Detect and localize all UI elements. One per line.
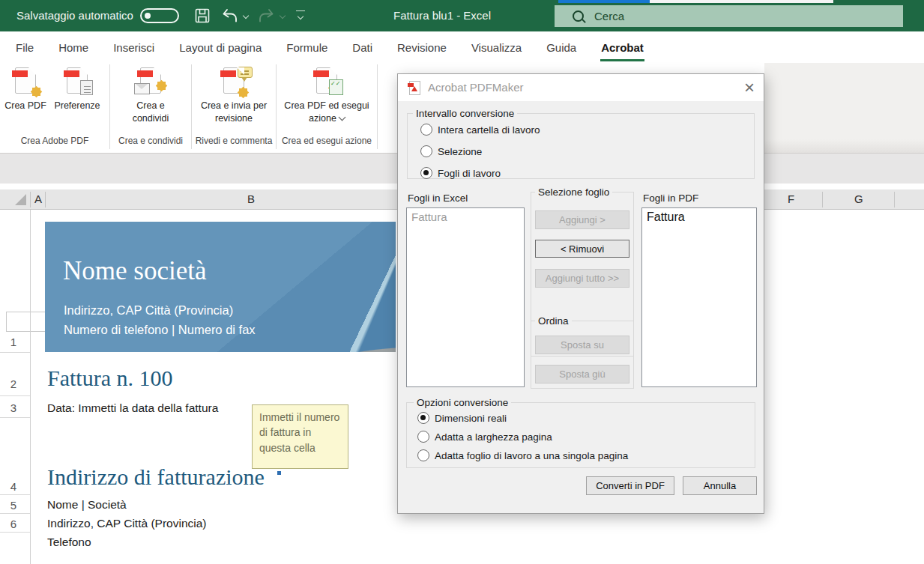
sheets-in-pdf-list[interactable]: Fattura bbox=[641, 207, 757, 387]
radio-fogli-di-lavoro[interactable]: Fogli di lavoro bbox=[420, 167, 501, 179]
cell-billing-address[interactable]: Indirizzo, CAP Città (Provincia) bbox=[47, 517, 206, 530]
dialog-title-bar[interactable]: Acrobat PDFMaker × bbox=[398, 74, 764, 101]
tab-guida[interactable]: Guida bbox=[546, 34, 577, 61]
company-contact-lines: Indirizzo, CAP Città (Provincia) Numero … bbox=[64, 301, 256, 339]
search-placeholder: Cerca bbox=[594, 10, 624, 22]
ribbon-group-label: Crea ed esegui azione bbox=[277, 136, 377, 146]
aggiungi-tutto-button[interactable]: Aggiungi tutto >> bbox=[535, 269, 629, 288]
list-item[interactable]: Fattura bbox=[642, 210, 756, 225]
redo-dropdown-icon bbox=[280, 13, 286, 19]
pdf-preferences-icon bbox=[67, 67, 88, 94]
dropdown-chevron-icon bbox=[338, 113, 345, 121]
tab-inserisci[interactable]: Inserisci bbox=[112, 34, 155, 61]
dialog-title: Acrobat PDFMaker bbox=[428, 81, 524, 94]
radio-circle-icon bbox=[417, 431, 429, 443]
search-input[interactable]: Cerca bbox=[555, 5, 903, 27]
conversion-options-label: Opzioni conversione bbox=[414, 397, 511, 408]
row-header-5[interactable]: 5 bbox=[0, 499, 27, 512]
converti-in-pdf-button[interactable]: Converti in PDF bbox=[586, 476, 674, 495]
radio-adatta-larghezza-pagina[interactable]: Adatta a larghezza pagina bbox=[417, 431, 552, 443]
cell-billing-heading[interactable]: Indirizzo di fatturazione bbox=[47, 464, 265, 490]
conversion-range-label: Intervallo conversione bbox=[413, 108, 517, 119]
background-window-edge-blue bbox=[558, 0, 650, 3]
customize-qat-chevron-icon[interactable] bbox=[298, 13, 304, 19]
tab-formule[interactable]: Formule bbox=[286, 34, 328, 61]
redo-icon bbox=[257, 7, 275, 25]
company-banner-image: Nome società Indirizzo, CAP Città (Provi… bbox=[45, 222, 396, 352]
sheets-in-excel-list[interactable]: Fattura bbox=[406, 207, 525, 387]
crea-e-condividi-button[interactable]: Crea e condividi bbox=[118, 67, 184, 125]
sposta-giu-button[interactable]: Sposta giù bbox=[535, 365, 629, 383]
tab-layout-di-pagina[interactable]: Layout di pagina bbox=[178, 34, 262, 61]
tab-dati[interactable]: Dati bbox=[351, 34, 373, 61]
title-bar: Salvataggio automatico F bbox=[0, 0, 924, 31]
row-header-2[interactable]: 2 bbox=[0, 377, 27, 390]
row-header-1[interactable]: 1 bbox=[0, 336, 27, 348]
ribbon-group-rivedi-e-commenta: Crea e invia per revisione Rivedi e comm… bbox=[192, 63, 276, 153]
comment-note: Immetti il numero di fattura in questa c… bbox=[252, 404, 348, 469]
list-item[interactable]: Fattura bbox=[407, 210, 524, 224]
sheets-in-pdf-label: Fogli in PDF bbox=[643, 192, 698, 204]
undo-icon[interactable] bbox=[221, 7, 239, 25]
row-header-6[interactable]: 6 bbox=[0, 518, 27, 530]
tab-visualizza[interactable]: Visualizza bbox=[471, 34, 522, 61]
radio-circle-icon bbox=[420, 145, 432, 157]
cell-billing-name[interactable]: Nome | Società bbox=[47, 498, 127, 512]
radio-adatta-singola-pagina[interactable]: Adatta foglio di lavoro a una singola pa… bbox=[417, 449, 628, 461]
ribbon-group-crea-ed-esegui-azione: ✓✓ Crea PDF ed esegui azione Crea ed ese… bbox=[277, 63, 377, 153]
ribbon-separator bbox=[377, 64, 378, 149]
select-all-icon[interactable] bbox=[15, 194, 26, 205]
row-header-3[interactable]: 3 bbox=[0, 401, 27, 414]
ribbon-group-label: Crea Adobe PDF bbox=[0, 136, 109, 146]
tab-file[interactable]: File bbox=[15, 34, 34, 61]
excel-window: Salvataggio automatico F bbox=[0, 0, 924, 564]
document-title: Fattura blu1 - Excel bbox=[341, 9, 543, 22]
ribbon-group-label: Rivedi e commenta bbox=[192, 136, 276, 146]
row-header-4[interactable]: 4 bbox=[0, 480, 27, 493]
cell-invoice-date[interactable]: Data: Immetti la data della fattura bbox=[47, 401, 218, 415]
ribbon-tab-bar: File Home Inserisci Layout di pagina For… bbox=[0, 31, 924, 63]
sheet-selection-label: Selezione foglio bbox=[535, 187, 612, 198]
cell-invoice-title[interactable]: Fattura n. 100 bbox=[47, 366, 172, 391]
crea-pdf-button[interactable]: Crea PDF bbox=[4, 67, 46, 112]
column-header-f[interactable]: F bbox=[788, 192, 794, 205]
radio-intera-cartella-di-lavoro[interactable]: Intera cartella di lavoro bbox=[420, 124, 540, 136]
order-label: Ordina bbox=[535, 315, 572, 327]
radio-selezione[interactable]: Selezione bbox=[420, 145, 482, 157]
radio-circle-icon bbox=[420, 167, 432, 179]
rimuovi-button[interactable]: < Rimuovi bbox=[535, 240, 629, 258]
tab-home[interactable]: Home bbox=[58, 34, 89, 61]
ribbon-group-crea-e-condividi: Crea e condividi Crea e condividi bbox=[110, 63, 191, 153]
radio-circle-icon bbox=[420, 124, 432, 136]
ribbon-group-crea-adobe-pdf: Crea PDF Preferenze Crea Adobe PDF bbox=[0, 63, 109, 153]
pdf-share-icon bbox=[140, 67, 161, 94]
tab-acrobat[interactable]: Acrobat bbox=[600, 34, 644, 61]
undo-dropdown-icon[interactable] bbox=[243, 13, 249, 19]
radio-circle-icon bbox=[417, 412, 429, 424]
tab-revisione[interactable]: Revisione bbox=[396, 34, 447, 61]
autosave-label: Salvataggio automatico bbox=[16, 9, 133, 22]
radio-dimensioni-reali[interactable]: Dimensioni reali bbox=[417, 412, 507, 424]
annulla-button[interactable]: Annulla bbox=[683, 476, 757, 495]
column-header-b[interactable]: B bbox=[247, 192, 255, 205]
company-name: Nome società bbox=[63, 256, 206, 286]
sposta-su-button[interactable]: Sposta su bbox=[535, 336, 629, 354]
acrobat-pdfmaker-dialog: Acrobat PDFMaker × Intervallo conversion… bbox=[397, 73, 764, 514]
crea-e-invia-per-revisione-button[interactable]: Crea e invia per revisione bbox=[194, 67, 274, 125]
acrobat-pdf-icon bbox=[409, 81, 420, 95]
autosave-toggle[interactable] bbox=[140, 8, 179, 23]
pdf-review-icon bbox=[223, 67, 244, 94]
aggiungi-button[interactable]: Aggiungi > bbox=[535, 210, 629, 229]
note-anchor-dot bbox=[277, 471, 281, 475]
customize-qat-line-icon[interactable] bbox=[296, 10, 305, 11]
column-header-g[interactable]: G bbox=[854, 192, 863, 205]
row-header-border bbox=[30, 210, 31, 564]
preferenze-button[interactable]: Preferenze bbox=[48, 67, 106, 112]
crea-pdf-ed-esegui-azione-button[interactable]: ✓✓ Crea PDF ed esegui azione bbox=[278, 67, 375, 125]
cell-billing-phone[interactable]: Telefono bbox=[47, 536, 91, 549]
save-icon[interactable] bbox=[193, 7, 211, 25]
sheets-in-excel-label: Fogli in Excel bbox=[408, 192, 468, 204]
column-header-a[interactable]: A bbox=[34, 192, 42, 205]
pdf-action-icon: ✓✓ bbox=[316, 67, 337, 94]
close-icon[interactable]: × bbox=[744, 76, 755, 100]
